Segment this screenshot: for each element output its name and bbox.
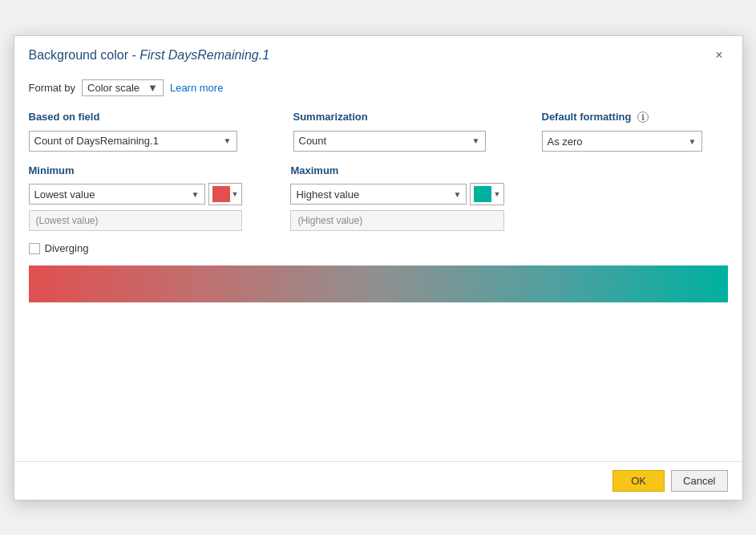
close-button[interactable]: × xyxy=(710,47,727,63)
minimum-arrow: ▼ xyxy=(192,190,200,199)
minimum-value: Lowest value xyxy=(34,188,95,201)
default-formatting-select[interactable]: As zero ▼ xyxy=(542,131,702,152)
maximum-swatch-arrow: ▼ xyxy=(493,190,500,198)
diverging-label: Diverging xyxy=(45,242,89,254)
maximum-value: Highest value xyxy=(296,188,359,201)
ok-button[interactable]: OK xyxy=(612,470,665,492)
maximum-color-swatch xyxy=(474,186,491,202)
default-formatting-value: As zero xyxy=(548,136,583,148)
minimum-color-swatch xyxy=(212,186,230,202)
default-formatting-group: Default formatting ℹ As zero ▼ xyxy=(542,111,726,152)
format-by-select[interactable]: Color scale ▼ xyxy=(82,79,164,96)
diverging-row: Diverging xyxy=(29,242,728,254)
based-on-label: Based on field xyxy=(29,111,261,123)
fields-row: Based on field Count of DaysRemaining.1 … xyxy=(29,111,728,152)
maximum-placeholder: (Highest value) xyxy=(290,210,504,231)
minimum-dropdown-row: Lowest value ▼ ▼ xyxy=(29,183,243,205)
dialog-body: Format by Color scale ▼ Learn more Based… xyxy=(14,71,742,461)
based-on-field-group: Based on field Count of DaysRemaining.1 … xyxy=(29,111,261,152)
background-color-dialog: Background color - First DaysRemaining.1… xyxy=(14,35,743,501)
format-by-value: Color scale xyxy=(87,82,139,94)
minimum-color-picker[interactable]: ▼ xyxy=(208,183,243,205)
dialog-titlebar: Background color - First DaysRemaining.1… xyxy=(14,36,742,71)
info-icon: ℹ xyxy=(637,111,649,123)
format-by-label: Format by xyxy=(29,82,76,94)
maximum-color-picker[interactable]: ▼ xyxy=(470,183,504,205)
minimum-placeholder: (Lowest value) xyxy=(29,210,243,231)
maximum-arrow: ▼ xyxy=(454,190,462,199)
default-formatting-arrow: ▼ xyxy=(689,137,697,146)
cancel-button[interactable]: Cancel xyxy=(671,470,727,492)
min-max-row: Minimum Lowest value ▼ ▼ (Lowest value) … xyxy=(29,164,728,231)
based-on-arrow: ▼ xyxy=(224,136,232,145)
format-by-row: Format by Color scale ▼ Learn more xyxy=(29,79,728,96)
maximum-select[interactable]: Highest value ▼ xyxy=(290,184,467,205)
maximum-dropdown-row: Highest value ▼ ▼ xyxy=(290,183,504,205)
title-prefix: Background color - xyxy=(29,48,140,62)
minimum-select[interactable]: Lowest value ▼ xyxy=(29,184,205,205)
default-formatting-label: Default formatting ℹ xyxy=(542,111,726,124)
learn-more-link[interactable]: Learn more xyxy=(170,82,223,94)
minimum-section: Minimum Lowest value ▼ ▼ (Lowest value) xyxy=(29,164,243,231)
dialog-title: Background color - First DaysRemaining.1 xyxy=(29,48,270,63)
maximum-title: Maximum xyxy=(290,164,504,176)
summarization-value: Count xyxy=(299,135,327,147)
title-italic: First DaysRemaining.1 xyxy=(139,48,269,62)
maximum-section: Maximum Highest value ▼ ▼ (Highest value… xyxy=(290,164,504,231)
based-on-select[interactable]: Count of DaysRemaining.1 ▼ xyxy=(29,131,237,152)
summarization-arrow: ▼ xyxy=(472,136,480,145)
minimum-title: Minimum xyxy=(29,164,243,176)
dialog-footer: OK Cancel xyxy=(14,461,742,500)
summarization-select[interactable]: Count ▼ xyxy=(293,131,486,152)
summarization-label: Summarization xyxy=(293,111,510,123)
gradient-bar xyxy=(29,265,728,302)
based-on-value: Count of DaysRemaining.1 xyxy=(34,135,159,147)
minimum-swatch-arrow: ▼ xyxy=(232,190,239,198)
diverging-checkbox[interactable] xyxy=(29,243,40,254)
format-by-arrow: ▼ xyxy=(148,82,158,94)
summarization-field-group: Summarization Count ▼ xyxy=(293,111,510,152)
